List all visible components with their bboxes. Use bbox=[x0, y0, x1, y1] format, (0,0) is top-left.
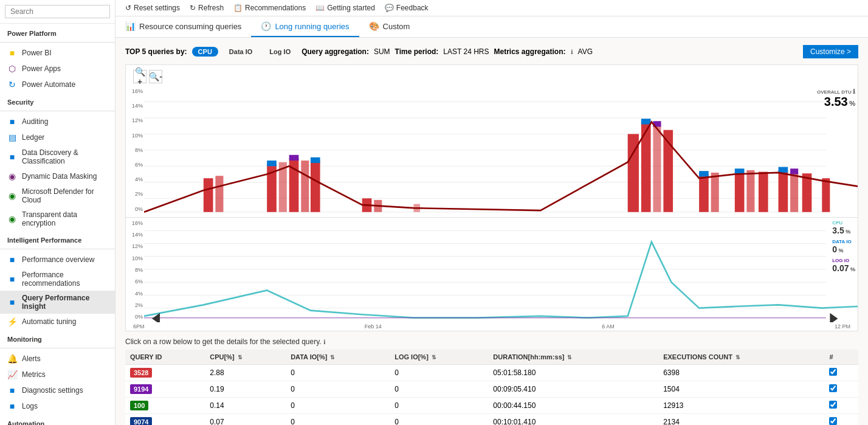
sidebar-item-logs[interactable]: ■Logs bbox=[0, 398, 115, 414]
feedback-label: Feedback bbox=[396, 4, 429, 12]
sort-data-io-icon[interactable]: ⇅ bbox=[330, 354, 335, 361]
refresh-button[interactable]: ↻ Refresh bbox=[190, 4, 224, 12]
main-content: ↺ Reset settings ↻ Refresh 📋 Recommendat… bbox=[115, 0, 868, 425]
sidebar-divider bbox=[0, 42, 115, 43]
table-row[interactable]: 9074 0.07 0 0 00:10:01.410 2134 bbox=[125, 414, 858, 425]
row-checkbox[interactable] bbox=[829, 417, 837, 425]
sidebar-item-power-bi[interactable]: ■Power BI bbox=[0, 45, 115, 61]
svg-rect-34 bbox=[641, 119, 651, 124]
sidebar-label-power-bi: Power BI bbox=[22, 49, 52, 57]
sidebar-item-power-apps[interactable]: ⬡Power Apps bbox=[0, 61, 115, 77]
cell-checkbox[interactable] bbox=[824, 381, 858, 398]
reset-settings-button[interactable]: ↺ Reset settings bbox=[125, 4, 180, 12]
x-label-feb14: Feb 14 bbox=[365, 323, 382, 330]
charts-container: 🔍+ 🔍- 16%14%12%10%8%6%4%2%0% bbox=[125, 64, 858, 331]
sidebar-icon-dynamic-data-masking: ◉ bbox=[7, 171, 17, 181]
sidebar-item-dynamic-data-masking[interactable]: ◉Dynamic Data Masking bbox=[0, 168, 115, 184]
table-row[interactable]: 100 0.14 0 0 00:00:44.150 12913 bbox=[125, 398, 858, 414]
sidebar-item-data-discovery[interactable]: ■Data Discovery & Classification bbox=[0, 145, 115, 168]
top-chart-y-axis: 16%14%12%10%8%6%4%2%0% bbox=[126, 86, 144, 215]
sidebar-item-alerts[interactable]: 🔔Alerts bbox=[0, 351, 115, 367]
sort-cpu-icon[interactable]: ⇅ bbox=[238, 354, 243, 361]
table-row[interactable]: 9194 0.19 0 0 00:09:05.410 1504 bbox=[125, 381, 858, 398]
bottom-chart-area bbox=[144, 218, 858, 323]
custom-icon: 🎨 bbox=[369, 21, 379, 31]
zoom-in-button[interactable]: 🔍+ bbox=[133, 70, 146, 83]
sidebar-item-diagnostic-settings[interactable]: ■Diagnostic settings bbox=[0, 382, 115, 398]
svg-rect-30 bbox=[822, 178, 830, 212]
sidebar-item-auditing[interactable]: ■Auditing bbox=[0, 114, 115, 130]
tab-resource-consuming[interactable]: 📊Resource consuming queries bbox=[115, 16, 251, 37]
data-io-metric-value: 0 % bbox=[832, 244, 855, 254]
sidebar-icon-ledger: ▤ bbox=[7, 133, 17, 142]
svg-rect-27 bbox=[779, 170, 788, 212]
sidebar-item-auto-tuning[interactable]: ⚡Automatic tuning bbox=[0, 314, 115, 330]
cell-checkbox[interactable] bbox=[824, 414, 858, 425]
cpu-metric-value: 3.5 % bbox=[832, 226, 855, 235]
sidebar-divider bbox=[0, 348, 115, 348]
log-io-pill[interactable]: Log IO bbox=[263, 47, 297, 57]
sidebar-label-alerts: Alerts bbox=[22, 354, 41, 363]
sidebar-item-ms-defender[interactable]: ◉Microsoft Defender for Cloud bbox=[0, 184, 115, 207]
tab-custom[interactable]: 🎨Custom bbox=[359, 16, 420, 37]
col-duration[interactable]: DURATION[hh:mm:ss] ⇅ bbox=[488, 350, 658, 365]
sidebar-icon-power-automate: ↻ bbox=[7, 80, 17, 89]
table-row[interactable]: 3528 2.88 0 0 05:01:58.180 6398 bbox=[125, 365, 858, 381]
log-io-metric-label: LOG IO bbox=[832, 258, 855, 263]
sidebar-label-query-performance: Query Performance Insight bbox=[22, 294, 108, 311]
cell-cpu: 0.14 bbox=[205, 398, 286, 414]
sidebar-item-perf-recommendations[interactable]: ■Performance recommendations bbox=[0, 268, 115, 291]
recommendations-button[interactable]: 📋 Recommendations bbox=[233, 4, 306, 12]
x-label-6am: 6 AM bbox=[602, 323, 615, 330]
col-log-io[interactable]: LOG IO[%] ⇅ bbox=[390, 350, 488, 365]
log-io-metric-value: 0.07 % bbox=[832, 263, 855, 273]
getting-started-label: Getting started bbox=[327, 4, 375, 12]
sort-executions-icon[interactable]: ⇅ bbox=[735, 354, 740, 361]
sidebar-item-query-performance[interactable]: ■Query Performance Insight bbox=[0, 291, 115, 314]
row-checkbox[interactable] bbox=[829, 384, 837, 392]
cell-executions: 1504 bbox=[658, 381, 824, 398]
cell-cpu: 2.88 bbox=[205, 365, 286, 381]
sidebar-icon-alerts: 🔔 bbox=[7, 354, 17, 364]
row-checkbox[interactable] bbox=[829, 368, 837, 376]
svg-rect-9 bbox=[215, 176, 223, 212]
sort-log-io-icon[interactable]: ⇅ bbox=[432, 354, 436, 361]
cell-checkbox[interactable] bbox=[824, 365, 858, 381]
overall-dtu-value: 3.53 % bbox=[817, 95, 855, 109]
feedback-button[interactable]: 💬 Feedback bbox=[385, 4, 429, 12]
svg-rect-23 bbox=[711, 173, 719, 212]
col-cpu[interactable]: CPU[%] ⇅ bbox=[205, 350, 286, 365]
data-io-pill[interactable]: Data IO bbox=[223, 47, 259, 57]
sidebar-item-metrics[interactable]: 📈Metrics bbox=[0, 367, 115, 382]
sidebar-icon-transparent-encryption: ◉ bbox=[7, 214, 17, 224]
zoom-out-button[interactable]: 🔍- bbox=[149, 70, 162, 83]
col-data-io[interactable]: DATA IO[%] ⇅ bbox=[286, 350, 390, 365]
sidebar-item-ledger[interactable]: ▤Ledger bbox=[0, 130, 115, 145]
time-period-label: Time period: bbox=[395, 47, 439, 56]
tab-long-running[interactable]: 🕐Long running queries bbox=[251, 16, 359, 37]
cell-query-id: 9074 bbox=[125, 414, 205, 425]
svg-rect-20 bbox=[653, 125, 661, 212]
sidebar-icon-power-bi: ■ bbox=[7, 48, 17, 58]
sidebar-item-power-automate[interactable]: ↻Power Automate bbox=[0, 77, 115, 92]
data-io-metric: DATA IO 0 % bbox=[832, 239, 855, 254]
cpu-pill[interactable]: CPU bbox=[192, 47, 218, 57]
sort-duration-icon[interactable]: ⇅ bbox=[567, 354, 572, 361]
sidebar-icon-perf-recommendations: ■ bbox=[7, 274, 17, 284]
top-queries-prefix: TOP 5 queries by: bbox=[125, 47, 187, 56]
getting-started-button[interactable]: 📖 Getting started bbox=[315, 4, 375, 12]
cell-executions: 6398 bbox=[658, 365, 824, 381]
customize-button[interactable]: Customize > bbox=[803, 45, 858, 58]
cell-checkbox[interactable] bbox=[824, 398, 858, 414]
col-executions[interactable]: EXECUTIONS COUNT ⇅ bbox=[658, 350, 824, 365]
sidebar-item-transparent-encryption[interactable]: ◉Transparent data encryption bbox=[0, 207, 115, 230]
sidebar-label-perf-recommendations: Performance recommendations bbox=[22, 271, 108, 288]
svg-rect-25 bbox=[746, 170, 754, 212]
sidebar-label-ms-defender: Microsoft Defender for Cloud bbox=[22, 187, 108, 204]
sidebar-item-perf-overview[interactable]: ■Performance overview bbox=[0, 252, 115, 268]
search-input[interactable] bbox=[5, 5, 110, 18]
cell-data-io: 0 bbox=[286, 365, 390, 381]
row-checkbox[interactable] bbox=[829, 401, 837, 409]
query-id-badge: 100 bbox=[130, 401, 148, 410]
cell-cpu: 0.19 bbox=[205, 381, 286, 398]
